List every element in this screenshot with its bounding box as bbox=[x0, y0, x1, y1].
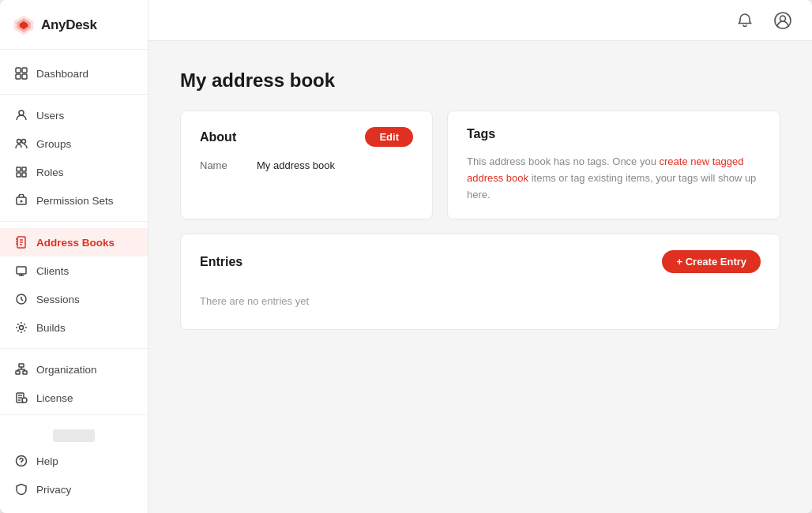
edit-button[interactable]: Edit bbox=[365, 127, 413, 147]
sidebar-item-privacy-label: Privacy bbox=[36, 484, 71, 496]
sidebar-item-help-label: Help bbox=[36, 455, 58, 467]
sidebar-nav: Dashboard Users bbox=[0, 50, 148, 414]
svg-rect-23 bbox=[17, 267, 26, 274]
sidebar-item-builds[interactable]: Builds bbox=[0, 313, 148, 342]
users-icon bbox=[14, 108, 28, 122]
create-entry-button[interactable]: + Create Entry bbox=[662, 250, 761, 273]
sidebar-item-address-books[interactable]: Address Books bbox=[0, 228, 148, 256]
entries-empty-text: There are no entries yet bbox=[200, 286, 761, 313]
sidebar-item-permission-sets-label: Permission Sets bbox=[36, 195, 114, 207]
privacy-icon bbox=[14, 482, 28, 496]
dashboard-icon bbox=[14, 66, 28, 81]
sidebar-item-roles[interactable]: Roles bbox=[0, 158, 148, 186]
svg-rect-30 bbox=[23, 371, 27, 374]
svg-point-43 bbox=[780, 16, 786, 21]
svg-rect-28 bbox=[19, 364, 24, 367]
sidebar-item-permission-sets[interactable]: Permission Sets bbox=[0, 186, 148, 215]
app-name: AnyDesk bbox=[41, 17, 97, 33]
svg-rect-4 bbox=[22, 68, 27, 73]
sidebar-item-license-label: License bbox=[36, 392, 73, 404]
sidebar-item-dashboard-label: Dashboard bbox=[36, 68, 88, 80]
header-bar bbox=[148, 0, 812, 41]
entries-card-title: Entries bbox=[200, 255, 242, 269]
about-card: About Edit Name My address book bbox=[180, 110, 433, 219]
tags-card-header: Tags bbox=[467, 127, 761, 141]
about-card-header: About Edit bbox=[200, 127, 413, 147]
sidebar-item-users[interactable]: Users bbox=[0, 101, 148, 129]
sidebar-item-clients[interactable]: Clients bbox=[0, 256, 148, 285]
sidebar-item-help[interactable]: Help bbox=[0, 447, 148, 475]
sidebar-item-organization-label: Organization bbox=[36, 364, 97, 376]
notification-button[interactable] bbox=[731, 7, 758, 34]
create-tagged-link[interactable]: create new tagged address book bbox=[467, 155, 744, 184]
svg-rect-29 bbox=[16, 371, 20, 374]
content-area: My address book About Edit Name My addre… bbox=[148, 0, 812, 513]
about-name-label: Name bbox=[200, 159, 247, 171]
sidebar-item-dashboard[interactable]: Dashboard bbox=[0, 59, 148, 88]
entries-card-header: Entries + Create Entry bbox=[200, 250, 761, 273]
sidebar-logo: AnyDesk bbox=[0, 0, 148, 50]
anydesk-logo-icon bbox=[13, 14, 35, 36]
sidebar-item-groups[interactable]: Groups bbox=[0, 129, 148, 158]
sidebar-item-sessions-label: Sessions bbox=[36, 294, 80, 305]
svg-rect-11 bbox=[22, 167, 26, 171]
sidebar: AnyDesk Dashboard bbox=[0, 0, 148, 513]
roles-icon bbox=[14, 165, 28, 179]
svg-point-9 bbox=[22, 140, 26, 144]
svg-point-15 bbox=[21, 200, 23, 203]
svg-rect-10 bbox=[17, 167, 21, 171]
groups-icon bbox=[14, 137, 28, 151]
about-name-value: My address book bbox=[257, 159, 335, 171]
sidebar-item-sessions[interactable]: Sessions bbox=[0, 285, 148, 313]
sidebar-item-users-label: Users bbox=[36, 110, 64, 122]
sidebar-item-address-books-label: Address Books bbox=[36, 237, 115, 249]
organization-icon bbox=[14, 362, 28, 376]
main-content: My address book About Edit Name My addre… bbox=[148, 41, 812, 513]
sidebar-item-organization[interactable]: Organization bbox=[0, 355, 148, 384]
tags-card-title: Tags bbox=[467, 127, 495, 141]
svg-rect-3 bbox=[16, 68, 21, 73]
clients-icon bbox=[14, 264, 28, 278]
sidebar-bottom: Help Privacy bbox=[0, 414, 148, 513]
builds-icon bbox=[14, 320, 28, 335]
svg-point-8 bbox=[17, 140, 21, 144]
about-name-row: Name My address book bbox=[200, 159, 413, 171]
svg-rect-5 bbox=[16, 74, 21, 79]
entries-card: Entries + Create Entry There are no entr… bbox=[180, 234, 780, 330]
svg-rect-6 bbox=[22, 74, 27, 79]
sidebar-item-clients-label: Clients bbox=[36, 265, 69, 277]
svg-rect-13 bbox=[22, 173, 26, 177]
svg-rect-12 bbox=[17, 173, 21, 177]
sidebar-item-privacy[interactable]: Privacy bbox=[0, 475, 148, 504]
permission-sets-icon bbox=[14, 193, 28, 208]
tags-empty-text: This address book has no tags. Once you … bbox=[467, 154, 761, 203]
page-title: My address book bbox=[180, 69, 780, 92]
svg-point-41 bbox=[21, 463, 21, 464]
svg-point-39 bbox=[22, 398, 27, 403]
sessions-icon bbox=[14, 292, 28, 306]
about-card-title: About bbox=[200, 130, 236, 144]
sidebar-item-license[interactable]: License bbox=[0, 384, 148, 412]
tags-card: Tags This address book has no tags. Once… bbox=[447, 110, 780, 219]
sidebar-item-roles-label: Roles bbox=[36, 167, 64, 178]
cards-row-about-tags: About Edit Name My address book Tags bbox=[180, 110, 780, 219]
profile-button[interactable] bbox=[769, 7, 796, 34]
address-books-icon bbox=[14, 235, 28, 249]
svg-point-27 bbox=[20, 326, 24, 330]
help-icon bbox=[14, 454, 28, 468]
sidebar-version bbox=[0, 425, 148, 447]
sidebar-item-builds-label: Builds bbox=[36, 322, 66, 334]
svg-point-7 bbox=[19, 110, 24, 115]
license-icon bbox=[14, 391, 28, 405]
sidebar-item-groups-label: Groups bbox=[36, 138, 71, 150]
